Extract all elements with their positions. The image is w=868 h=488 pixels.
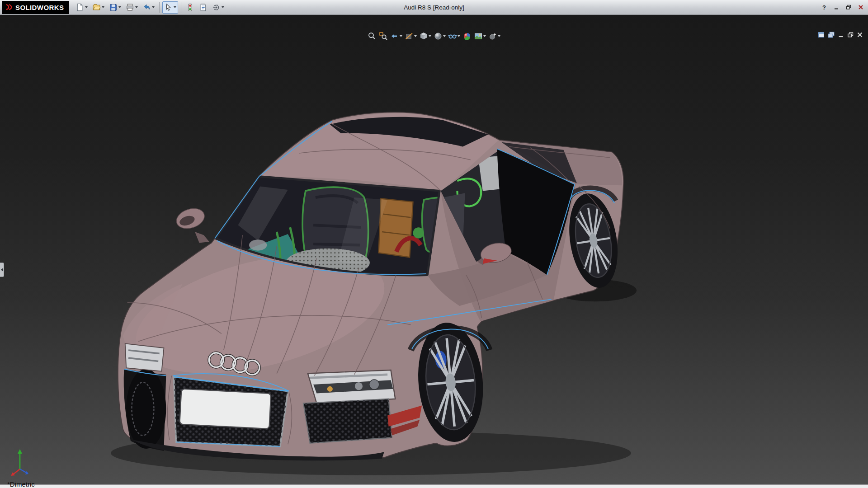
section-view-icon [405,32,414,41]
main-toolbar [74,1,226,14]
dropdown-caret[interactable] [135,6,138,8]
restore-document-icon [847,31,854,38]
previous-view-icon [390,32,399,41]
view-settings-icon [488,32,497,41]
file-properties-button[interactable] [197,1,209,14]
dropdown-caret[interactable] [483,35,486,37]
minimize-document-button[interactable] [837,31,844,38]
minimize-icon [833,4,840,10]
solidworks-logo: SOLIDWORKS [2,1,69,14]
select-cursor-icon [164,3,173,12]
view-orientation-button[interactable] [419,31,432,41]
hide-show-items-button[interactable] [448,31,461,41]
titlebar: SOLIDWORKS [0,0,868,15]
rebuild-button[interactable] [184,1,196,14]
license-plate [179,389,271,429]
maximize-icon [845,4,852,10]
help-button[interactable]: ? [819,3,830,12]
graphics-viewport[interactable]: *Dimetric [0,15,868,488]
hide-show-items-icon [448,32,457,41]
select-button[interactable] [162,1,178,14]
new-window-icon [817,31,825,38]
dropdown-caret[interactable] [118,6,121,8]
file-properties-icon [199,3,208,12]
close-button[interactable] [855,3,866,12]
undo-icon [142,3,151,12]
minimize-button[interactable] [831,3,842,12]
dropdown-caret[interactable] [414,35,417,37]
dropdown-caret[interactable] [222,6,224,8]
cascade-windows-icon [827,31,835,38]
dropdown-caret[interactable] [85,6,88,8]
previous-view-button[interactable] [390,31,403,41]
restore-document-button[interactable] [847,31,854,38]
dropdown-caret[interactable] [174,6,176,8]
solidworks-logo-icon [5,4,13,11]
car-model-audi-r8 [0,15,868,488]
close-icon [858,4,864,10]
toolbar-separator [159,2,160,13]
view-settings-button[interactable] [488,31,501,41]
view-orientation-cube-icon [419,32,428,41]
undo-button[interactable] [141,1,156,14]
feature-panel-collapse-handle[interactable] [0,263,4,277]
dropdown-caret[interactable] [102,6,104,8]
save-icon [109,3,118,12]
window-title: Audi R8 S [Read-only] [404,0,464,15]
apply-scene-button[interactable] [473,31,486,41]
solidworks-logo-text: SOLIDWORKS [15,4,64,11]
dropdown-caret[interactable] [152,6,155,8]
minimize-document-icon [837,31,844,38]
apply-scene-icon [474,32,483,41]
open-icon [92,3,101,12]
collapse-arrow-icon [1,268,3,272]
dropdown-caret[interactable] [443,35,446,37]
options-gear-icon [212,3,221,12]
edit-appearance-icon [462,32,472,41]
print-icon [126,3,134,12]
document-window-controls [817,31,863,38]
display-style-icon [434,32,443,41]
cascade-windows-button[interactable] [827,31,835,38]
open-button[interactable] [90,1,106,14]
orientation-triad [7,446,40,478]
print-button[interactable] [124,1,140,14]
rebuild-traffic-light-icon [186,3,194,12]
section-view-button[interactable] [404,31,417,41]
toolbar-separator [181,2,181,13]
save-button[interactable] [107,1,123,14]
zoom-to-fit-icon [368,32,377,41]
heads-up-toolbar [367,31,501,41]
maximize-button[interactable] [843,3,854,12]
window-controls: ? [819,3,866,12]
new-document-button[interactable] [74,1,90,14]
dropdown-caret[interactable] [498,35,500,37]
dropdown-caret[interactable] [400,35,402,37]
new-document-icon [75,3,84,12]
zoom-to-fit-button[interactable] [367,31,377,41]
close-document-icon [856,31,863,38]
edit-appearance-button[interactable] [462,31,472,41]
close-document-button[interactable] [856,31,863,38]
zoom-to-area-icon [379,32,388,41]
solidworks-window: SOLIDWORKS [0,0,868,488]
display-style-button[interactable] [433,31,446,41]
zoom-to-area-button[interactable] [378,31,388,41]
options-button[interactable] [210,1,226,14]
status-bar [0,484,868,488]
view-orientation-label: *Dimetric [7,480,35,488]
dropdown-caret[interactable] [429,35,431,37]
new-window-button[interactable] [817,31,825,38]
dropdown-caret[interactable] [458,35,460,37]
